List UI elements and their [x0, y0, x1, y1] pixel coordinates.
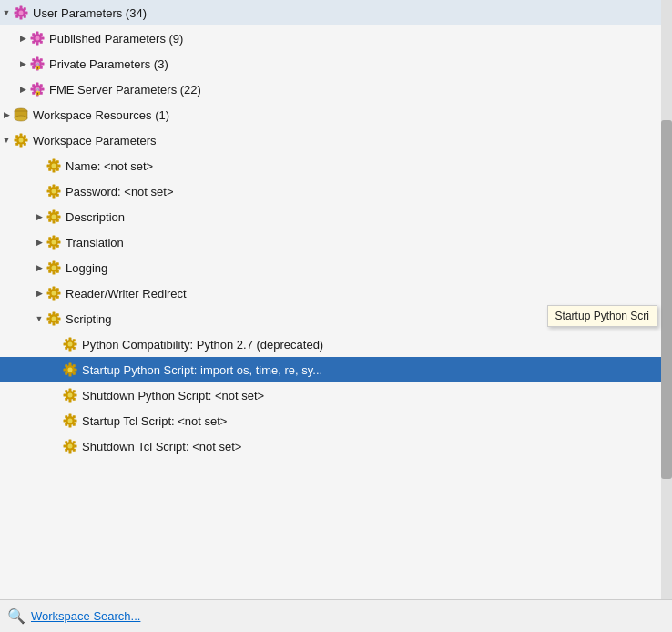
svg-point-44 [15, 116, 27, 121]
svg-point-54 [19, 138, 24, 143]
icon-logging [46, 260, 62, 276]
search-icon: 🔍 [7, 607, 25, 625]
svg-point-104 [52, 266, 56, 270]
label-fme-server-params: FME Server Parameters (22) [49, 83, 665, 97]
svg-point-144 [68, 368, 73, 372]
scrollbar-track[interactable] [661, 0, 672, 599]
svg-point-94 [52, 240, 56, 245]
chevron-private-params[interactable] [16, 57, 29, 70]
label-translation: Translation [66, 236, 665, 250]
svg-point-134 [68, 342, 73, 347]
tree-root: User Parameters (34) Published Parameter… [0, 0, 672, 459]
label-startup-python: Startup Python Script: import os, time, … [82, 363, 665, 377]
icon-password [46, 183, 62, 199]
tree-item-user-params[interactable]: User Parameters (34) [0, 0, 672, 25]
label-user-params: User Parameters (34) [33, 6, 665, 20]
tree-item-fme-server-params[interactable]: 🔒 FME Server Parameters (22) [0, 76, 672, 102]
label-python-compat: Python Compatibility: Python 2.7 (deprec… [82, 338, 665, 352]
tree-item-description[interactable]: Description [0, 204, 672, 229]
tree-item-shutdown-python[interactable]: Shutdown Python Script: <not set> [0, 382, 672, 408]
tree-item-startup-tcl[interactable]: Startup Tcl Script: <not set> [0, 408, 672, 433]
tooltip: Startup Python Scri [547, 305, 657, 327]
tree-item-workspace-params[interactable]: Workspace Parameters [0, 127, 672, 153]
svg-point-174 [68, 444, 73, 449]
icon-user-params [13, 5, 29, 21]
svg-point-74 [52, 189, 56, 194]
svg-point-114 [52, 291, 56, 296]
tree-item-name[interactable]: Name: <not set> [0, 153, 672, 178]
tree-item-workspace-resources[interactable]: Workspace Resources (1) [0, 102, 672, 127]
chevron-fme-server-params[interactable] [16, 83, 29, 96]
label-published-params: Published Parameters (9) [49, 32, 665, 46]
label-shutdown-python: Shutdown Python Script: <not set> [82, 389, 665, 403]
icon-shutdown-tcl [62, 438, 78, 454]
svg-point-19 [36, 36, 40, 41]
svg-point-64 [52, 164, 56, 168]
icon-workspace-params [13, 132, 29, 148]
icon-description [46, 209, 62, 225]
chevron-published-params[interactable] [16, 32, 29, 45]
svg-point-9 [19, 11, 24, 15]
tree-item-private-params[interactable]: 🔒 Private Parameters (3) [0, 51, 672, 76]
icon-fme-server-params: 🔒 [29, 81, 46, 97]
svg-text:🔒: 🔒 [34, 87, 42, 96]
icon-reader-writer [46, 285, 62, 301]
scrollbar-thumb[interactable] [661, 120, 672, 480]
tree-item-reader-writer[interactable]: Reader/Writer Redirect [0, 280, 672, 306]
icon-startup-python [62, 362, 78, 378]
chevron-scripting[interactable] [33, 312, 46, 325]
svg-text:🔒: 🔒 [34, 62, 42, 70]
label-private-params: Private Parameters (3) [49, 57, 665, 71]
workspace-search-link[interactable]: Workspace Search... [31, 609, 140, 623]
svg-point-124 [52, 317, 56, 321]
tree-item-shutdown-tcl[interactable]: Shutdown Tcl Script: <not set> [0, 433, 672, 459]
icon-private-params: 🔒 [29, 56, 46, 72]
icon-scripting [46, 311, 62, 327]
tree-item-translation[interactable]: Translation [0, 229, 672, 255]
tree-item-logging[interactable]: Logging [0, 255, 672, 280]
chevron-translation[interactable] [33, 236, 46, 249]
chevron-user-params[interactable] [0, 6, 13, 19]
tree-item-startup-python[interactable]: Startup Python Script: import os, time, … [0, 357, 672, 382]
chevron-reader-writer[interactable] [33, 287, 46, 300]
label-name: Name: <not set> [66, 159, 665, 173]
tooltip-text: Startup Python Scri [555, 310, 649, 322]
icon-name [46, 158, 62, 174]
label-logging: Logging [66, 261, 665, 275]
svg-point-84 [52, 215, 56, 219]
bottom-bar: 🔍 Workspace Search... [0, 599, 672, 632]
label-workspace-resources: Workspace Resources (1) [33, 108, 665, 122]
chevron-logging[interactable] [33, 261, 46, 274]
tree-item-python-compat[interactable]: Python Compatibility: Python 2.7 (deprec… [0, 331, 672, 357]
icon-startup-tcl [62, 413, 78, 429]
label-description: Description [66, 210, 665, 224]
chevron-description[interactable] [33, 210, 46, 223]
icon-workspace-resources [13, 107, 29, 123]
svg-point-154 [68, 393, 73, 398]
icon-shutdown-python [62, 387, 78, 403]
tree-panel: User Parameters (34) Published Parameter… [0, 0, 672, 599]
label-reader-writer: Reader/Writer Redirect [66, 287, 665, 301]
label-startup-tcl: Startup Tcl Script: <not set> [82, 414, 665, 428]
label-shutdown-tcl: Shutdown Tcl Script: <not set> [82, 440, 665, 454]
icon-published-params [29, 30, 46, 46]
icon-python-compat [62, 336, 78, 352]
tree-item-published-params[interactable]: Published Parameters (9) [0, 25, 672, 51]
label-password: Password: <not set> [66, 185, 665, 199]
label-workspace-params: Workspace Parameters [33, 134, 665, 148]
svg-point-164 [68, 419, 73, 423]
icon-translation [46, 234, 62, 250]
tree-item-password[interactable]: Password: <not set> [0, 178, 672, 204]
chevron-workspace-resources[interactable] [0, 108, 13, 121]
chevron-workspace-params[interactable] [0, 134, 13, 147]
